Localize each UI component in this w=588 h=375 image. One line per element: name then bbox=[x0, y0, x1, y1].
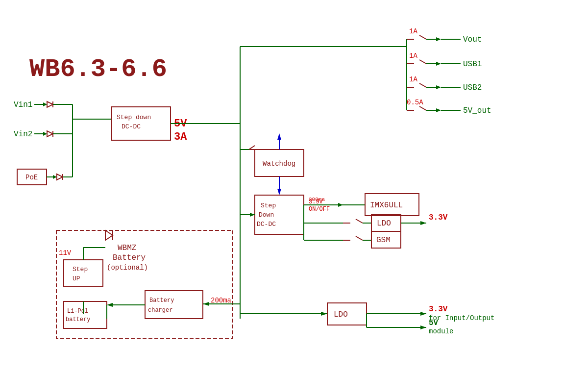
step-down2-label2: Down bbox=[259, 211, 274, 219]
1a-usb2-label: 1A bbox=[409, 75, 417, 83]
battery-label: Battery bbox=[113, 253, 146, 262]
0-5a-label: 0.5A bbox=[407, 99, 423, 106]
module-label: module bbox=[429, 327, 453, 335]
step-up-label1: Step bbox=[73, 266, 88, 273]
200ma-label2: 200ma bbox=[211, 297, 231, 304]
5v-out-label: 5V_out bbox=[463, 106, 491, 115]
ldo1-label: LDO bbox=[377, 219, 391, 228]
3a-label: 3A bbox=[174, 131, 187, 143]
poe-label: PoE bbox=[25, 174, 38, 181]
5v-bottom-label: 5V bbox=[429, 319, 439, 327]
step-down-label2: DC-DC bbox=[122, 123, 141, 130]
step-down2-label3: DC-DC bbox=[257, 221, 276, 228]
3-3v-label2: 3.3V bbox=[429, 305, 448, 314]
11v-label: 11V bbox=[59, 249, 72, 257]
battery-charger-label1: Battery bbox=[149, 297, 174, 304]
wbmz-label: WBMZ bbox=[118, 244, 137, 252]
200ma-label1: 200ma bbox=[309, 197, 325, 202]
gsm-label: GSM bbox=[376, 236, 391, 245]
vin1-label: Vin1 bbox=[14, 100, 32, 109]
for-io-label: for Input/Output bbox=[429, 314, 494, 322]
usb1-label: USB1 bbox=[463, 60, 482, 69]
optional-label: (optional) bbox=[107, 264, 148, 272]
li-pol-label1: Li-Pol bbox=[67, 308, 88, 315]
title: WB6.3-6.6 bbox=[29, 55, 167, 84]
vin2-label: Vin2 bbox=[14, 130, 32, 139]
watchdog-label: Watchdog bbox=[263, 160, 295, 168]
ldo2-label: LDO bbox=[334, 310, 348, 319]
vout-label: Vout bbox=[463, 35, 482, 44]
3-3v-label1: 3.3V bbox=[429, 213, 448, 222]
1a-vout-label: 1A bbox=[409, 27, 417, 35]
imx6ull-label: IMX6ULL bbox=[370, 201, 403, 210]
li-pol-label2: battery bbox=[66, 316, 90, 323]
usb2-label: USB2 bbox=[463, 83, 482, 92]
step-down2-label1: Step bbox=[261, 202, 276, 209]
1a-usb1-label: 1A bbox=[409, 52, 417, 60]
step-up-label2: UP bbox=[73, 275, 80, 282]
step-down-label: Step down bbox=[117, 114, 151, 121]
battery-charger-label2: charger bbox=[148, 307, 172, 314]
on-off-label: ON/OFF bbox=[309, 206, 330, 213]
